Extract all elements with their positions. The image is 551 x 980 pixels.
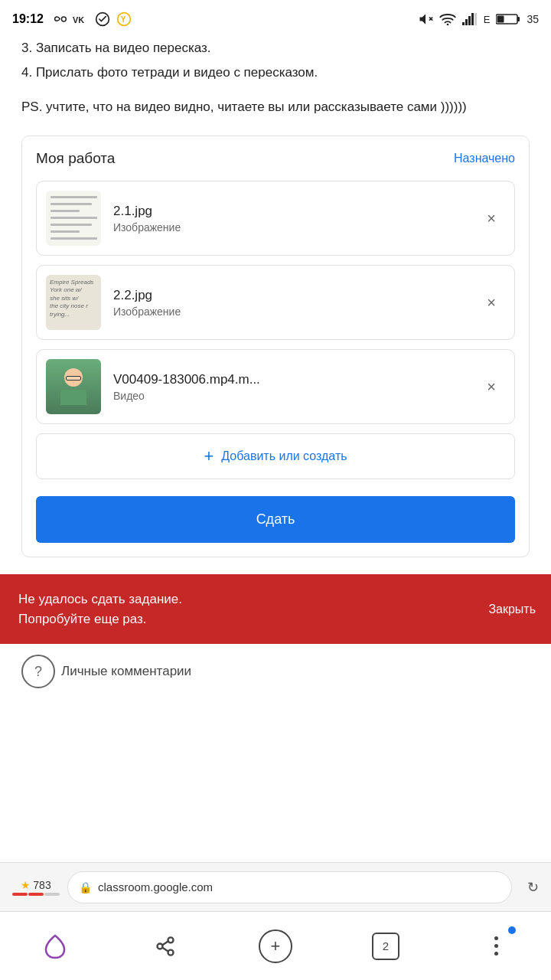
- error-toast-message: Не удалось сдать задание.Попробуйте еще …: [18, 590, 473, 629]
- file-type-2: Изображение: [113, 305, 478, 318]
- lock-icon: 🔒: [79, 881, 92, 893]
- submit-button[interactable]: Сдать: [36, 496, 515, 543]
- battery-icon: [496, 13, 520, 25]
- more-icon: [494, 936, 498, 956]
- file-type-1: Изображение: [113, 221, 478, 234]
- file-name-3: V00409-183006.mp4.m...: [113, 372, 478, 387]
- svg-point-17: [168, 949, 174, 955]
- nav-share[interactable]: [142, 923, 188, 969]
- help-icon: ?: [34, 664, 42, 680]
- my-work-title: Моя работа: [36, 150, 115, 167]
- status-icons: VK Y: [50, 11, 132, 27]
- star-icon: ★: [21, 879, 31, 891]
- add-tab-icon: +: [259, 929, 292, 963]
- svg-rect-11: [474, 13, 477, 25]
- browser-bar: ★ 783 🔒 classroom.google.com ↻: [0, 862, 551, 911]
- score-bar: [12, 893, 60, 896]
- notification-dot: [508, 926, 516, 934]
- mute-icon: [418, 11, 433, 27]
- nav-tabs-button[interactable]: 2: [363, 923, 409, 969]
- my-work-status: Назначено: [454, 152, 515, 165]
- svg-rect-14: [517, 17, 520, 21]
- file-thumb-1: [46, 191, 101, 246]
- tabs-count-box: 2: [372, 933, 399, 960]
- url-text: classroom.google.com: [98, 880, 213, 893]
- status-time: 19:12: [12, 12, 44, 26]
- file-thumb-3: [46, 359, 101, 414]
- browser-score: ★ 783: [12, 879, 60, 896]
- file-thumb-2: Empire SpreadsYork one w/she sits w/the …: [46, 275, 101, 330]
- nav-home[interactable]: [32, 923, 78, 969]
- status-bar: 19:12 VK Y: [0, 0, 551, 38]
- error-toast: Не удалось сдать задание.Попробуйте еще …: [0, 574, 551, 644]
- url-box[interactable]: 🔒 classroom.google.com: [67, 871, 512, 903]
- file-name-1: 2.1.jpg: [113, 204, 478, 219]
- help-button[interactable]: ?: [21, 655, 55, 688]
- file-type-3: Видео: [113, 390, 478, 402]
- add-icon: +: [204, 446, 214, 466]
- file-remove-2[interactable]: ×: [478, 289, 505, 316]
- svg-point-16: [158, 943, 163, 949]
- score-number: ★ 783: [21, 879, 51, 891]
- nav-add-tab[interactable]: +: [253, 923, 298, 969]
- svg-point-6: [446, 24, 448, 25]
- svg-text:VK: VK: [73, 15, 84, 24]
- status-left: 19:12 VK Y: [12, 11, 132, 27]
- add-button-label: Добавить или создать: [221, 449, 347, 463]
- file-item-3: V00409-183006.mp4.m... Видео ×: [36, 349, 515, 424]
- svg-line-19: [162, 947, 168, 951]
- home-icon: [41, 933, 69, 960]
- task-line4: 4. Прислать фото тетради и видео с перес…: [21, 63, 530, 83]
- signal-icon: [462, 13, 478, 25]
- file-info-3: V00409-183006.mp4.m... Видео: [101, 372, 478, 402]
- svg-point-15: [168, 937, 174, 942]
- file-item-1: 2.1.jpg Изображение ×: [36, 181, 515, 256]
- svg-text:Y: Y: [121, 15, 126, 24]
- error-toast-close-button[interactable]: Закрыть: [488, 603, 536, 616]
- refresh-icon[interactable]: ↻: [527, 879, 539, 896]
- comments-label: Личные комментарии: [61, 664, 191, 679]
- svg-rect-8: [465, 19, 468, 25]
- my-work-card: Моя работа Назначено 2.1.jpg Изображение: [21, 136, 530, 557]
- svg-line-18: [162, 941, 168, 945]
- share-icon: [155, 936, 176, 957]
- wifi-icon: [439, 13, 456, 25]
- battery-level: 35: [527, 13, 539, 25]
- file-remove-3[interactable]: ×: [478, 373, 505, 400]
- file-item-2: Empire SpreadsYork one w/she sits w/the …: [36, 265, 515, 340]
- signal-e: E: [484, 14, 491, 25]
- comments-row: ? Личные комментарии: [21, 644, 530, 711]
- svg-rect-10: [471, 13, 474, 25]
- task-line3: 3. Записать на видео пересказ.: [21, 38, 530, 58]
- score-value: 783: [33, 879, 51, 891]
- tabs-count: 2: [383, 939, 389, 952]
- my-work-header: Моя работа Назначено: [36, 150, 515, 167]
- status-right: E 35: [418, 11, 539, 27]
- svg-rect-7: [462, 22, 465, 25]
- nav-more-button[interactable]: [473, 923, 519, 969]
- file-info-1: 2.1.jpg Изображение: [101, 204, 478, 234]
- content-area: 3. Записать на видео пересказ. 4. Присла…: [0, 38, 551, 711]
- bottom-nav: + 2: [0, 911, 551, 980]
- file-name-2: 2.2.jpg: [113, 288, 478, 303]
- task-ps: PS. учтите, что на видео видно, читаете …: [21, 97, 530, 117]
- add-button[interactable]: + Добавить или создать: [36, 433, 515, 479]
- svg-rect-9: [468, 16, 471, 25]
- svg-rect-13: [497, 16, 504, 23]
- file-remove-1[interactable]: ×: [478, 204, 505, 232]
- file-info-2: 2.2.jpg Изображение: [101, 288, 478, 318]
